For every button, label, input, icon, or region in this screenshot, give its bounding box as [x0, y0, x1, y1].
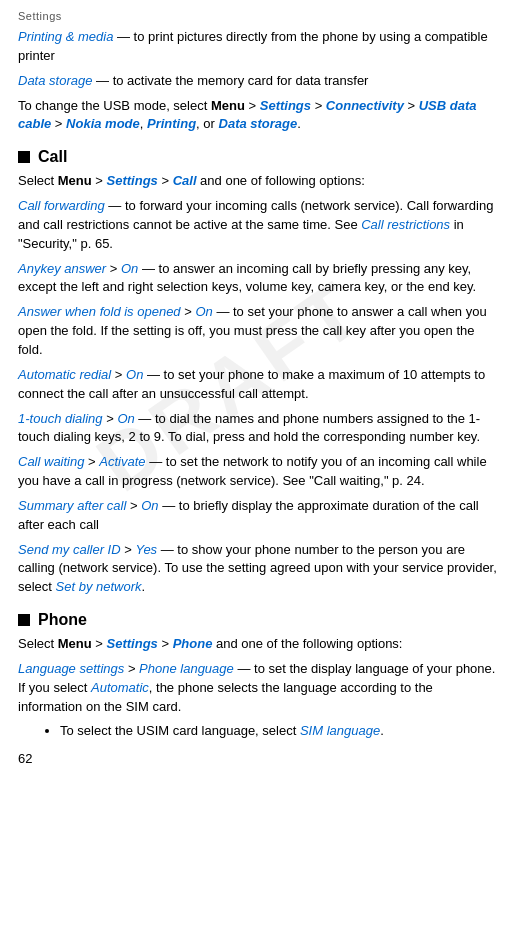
call-waiting-activate-link: Activate: [99, 454, 145, 469]
call-settings-link: Settings: [107, 173, 158, 188]
phone-language-link: Phone language: [139, 661, 234, 676]
call-waiting-link: Call waiting: [18, 454, 84, 469]
summary-after-call-link: Summary after call: [18, 498, 126, 513]
phone-settings-link: Settings: [107, 636, 158, 651]
data-storage-text: — to activate the memory card for data t…: [92, 73, 368, 88]
call-section-icon: [18, 151, 30, 163]
one-touch-dialing-link: 1-touch dialing: [18, 411, 103, 426]
usb-gt3: >: [404, 98, 419, 113]
automatic-redial-on-link: On: [126, 367, 143, 382]
phone-intro-end: and one of the following options:: [212, 636, 402, 651]
one-touch-dialing-para: 1-touch dialing > On — to dial the names…: [18, 410, 498, 448]
anykey-on-link: On: [121, 261, 138, 276]
usb-or: , or: [196, 116, 218, 131]
call-restrictions-link: Call restrictions: [361, 217, 450, 232]
printing-media-paragraph: Printing & media — to print pictures dir…: [18, 28, 498, 66]
automatic-link: Automatic: [91, 680, 149, 695]
sim-language-bullet: To select the USIM card language, select…: [60, 722, 498, 741]
send-caller-id-link: Send my caller ID: [18, 542, 121, 557]
call-intro: Select Menu > Settings > Call and one of…: [18, 172, 498, 191]
phone-intro: Select Menu > Settings > Phone and one o…: [18, 635, 498, 654]
sim-language-link: SIM language: [300, 723, 380, 738]
page-header: Settings: [18, 10, 498, 22]
language-settings-link: Language settings: [18, 661, 124, 676]
menu-bold: Menu: [211, 98, 245, 113]
call-menu-bold: Menu: [58, 173, 92, 188]
call-forwarding-para: Call forwarding — to forward your incomi…: [18, 197, 498, 254]
send-caller-yes-link: Yes: [135, 542, 157, 557]
summary-after-call-para: Summary after call > On — to briefly dis…: [18, 497, 498, 535]
usb-gt4: >: [51, 116, 66, 131]
answer-fold-para: Answer when fold is opened > On — to set…: [18, 303, 498, 360]
settings-bold-link: Settings: [260, 98, 311, 113]
phone-section-icon: [18, 614, 30, 626]
answer-fold-link: Answer when fold is opened: [18, 304, 181, 319]
language-settings-para: Language settings > Phone language — to …: [18, 660, 498, 717]
send-caller-id-para: Send my caller ID > Yes — to show your p…: [18, 541, 498, 598]
call-section-heading: Call: [18, 148, 498, 166]
usb-gt2: >: [311, 98, 326, 113]
usb-period: .: [297, 116, 301, 131]
call-intro-select: Select: [18, 173, 58, 188]
answer-fold-on-link: On: [195, 304, 212, 319]
summary-on-link: On: [141, 498, 158, 513]
usb-gt1: >: [245, 98, 260, 113]
one-touch-on-link: On: [117, 411, 134, 426]
call-forwarding-link: Call forwarding: [18, 198, 105, 213]
call-intro-end: and one of following options:: [197, 173, 365, 188]
set-by-network-link: Set by network: [56, 579, 142, 594]
nokia-mode-link: Nokia mode: [66, 116, 140, 131]
automatic-redial-para: Automatic redial > On — to set your phon…: [18, 366, 498, 404]
call-waiting-para: Call waiting > Activate — to set the net…: [18, 453, 498, 491]
usb-mode-text1: To change the USB mode, select: [18, 98, 211, 113]
anykey-answer-link: Anykey answer: [18, 261, 106, 276]
data-storage-link2: Data storage: [219, 116, 298, 131]
phone-menu-bold: Menu: [58, 636, 92, 651]
usb-mode-paragraph: To change the USB mode, select Menu > Se…: [18, 97, 498, 135]
printing-media-link: Printing & media: [18, 29, 113, 44]
phone-heading-text: Phone: [38, 611, 87, 629]
printing-link: Printing: [147, 116, 196, 131]
phone-phone-link: Phone: [173, 636, 213, 651]
data-storage-link: Data storage: [18, 73, 92, 88]
page-number: 62: [18, 751, 498, 766]
phone-section-heading: Phone: [18, 611, 498, 629]
automatic-redial-link: Automatic redial: [18, 367, 111, 382]
data-storage-paragraph: Data storage — to activate the memory ca…: [18, 72, 498, 91]
call-call-link: Call: [173, 173, 197, 188]
anykey-answer-para: Anykey answer > On — to answer an incomi…: [18, 260, 498, 298]
call-heading-text: Call: [38, 148, 67, 166]
usb-comma: ,: [140, 116, 147, 131]
connectivity-bold-link: Connectivity: [326, 98, 404, 113]
